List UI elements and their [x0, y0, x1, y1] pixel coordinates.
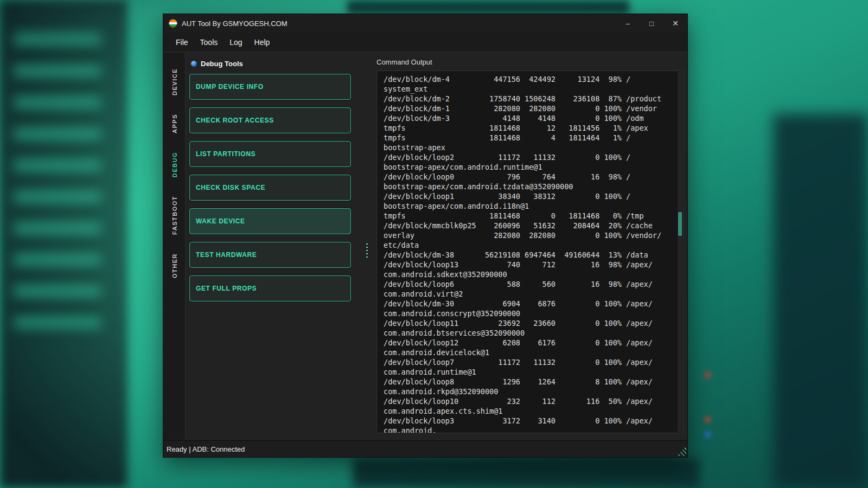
title-bar[interactable]: AUT Tool By GSMYOGESH.COM – □ ✕ [163, 14, 687, 33]
button-check-disk-space[interactable]: CHECK DISK SPACE [189, 175, 351, 201]
terminal-text: /dev/block/dm-4 447156 424492 13124 98% … [377, 71, 683, 433]
menu-bar: FileToolsLogHelp [163, 33, 687, 52]
tab-fastboot[interactable]: FASTBOOT [171, 190, 178, 240]
menu-item-help[interactable]: Help [248, 35, 276, 50]
background-red-dot [705, 416, 711, 422]
panel-header: Debug Tools [186, 53, 366, 74]
scrollbar-thumb[interactable] [678, 212, 682, 236]
tab-device[interactable]: DEVICE [171, 63, 178, 101]
tab-apps[interactable]: APPS [171, 108, 178, 139]
status-text: Ready | ADB: Connected [167, 445, 245, 453]
maximize-button[interactable]: □ [640, 14, 663, 33]
button-get-full-props[interactable]: GET FULL PROPS [189, 275, 351, 301]
output-title: Command Output [376, 53, 684, 70]
debug-tools-panel: Debug Tools DUMP DEVICE INFOCHECK ROOT A… [186, 53, 366, 440]
button-dump-device-info[interactable]: DUMP DEVICE INFO [189, 74, 351, 100]
main-content: DEVICEAPPSDEBUGFASTBOOTOTHER Debug Tools… [164, 53, 687, 440]
window-title: AUT Tool By GSMYOGESH.COM [182, 20, 616, 28]
background-left-list-rows [14, 33, 101, 336]
menu-item-log[interactable]: Log [224, 35, 248, 50]
background-left-panel [0, 0, 127, 488]
sidebar-tabs: DEVICEAPPSDEBUGFASTBOOTOTHER [164, 53, 186, 440]
command-output[interactable]: /dev/block/dm-4 447156 424492 13124 98% … [376, 70, 684, 433]
background-right-panel [773, 114, 868, 488]
scrollbar[interactable] [678, 72, 682, 432]
panel-title: Debug Tools [201, 60, 243, 68]
minimize-button[interactable]: – [616, 14, 640, 33]
background-top-bar [347, 0, 629, 14]
window-controls: – □ ✕ [616, 14, 687, 33]
app-icon [169, 19, 177, 28]
splitter-handle-icon[interactable] [366, 243, 368, 258]
panel-splitter[interactable] [366, 53, 369, 440]
menu-item-tools[interactable]: Tools [194, 35, 224, 50]
background-blue-dot [705, 432, 711, 438]
button-list-partitions[interactable]: LIST PARTITIONS [189, 141, 351, 167]
menu-item-file[interactable]: File [170, 35, 194, 50]
background-bottom-bar [353, 458, 700, 488]
close-button[interactable]: ✕ [663, 14, 687, 33]
debug-buttons: DUMP DEVICE INFOCHECK ROOT ACCESSLIST PA… [186, 74, 366, 301]
button-wake-device[interactable]: WAKE DEVICE [189, 208, 351, 234]
debug-tools-icon [191, 61, 197, 67]
tab-other[interactable]: OTHER [171, 248, 178, 284]
button-check-root-access[interactable]: CHECK ROOT ACCESS [189, 107, 351, 133]
tab-debug[interactable]: DEBUG [171, 146, 178, 183]
app-window: AUT Tool By GSMYOGESH.COM – □ ✕ FileTool… [163, 14, 688, 458]
button-test-hardware[interactable]: TEST HARDWARE [189, 242, 351, 268]
status-bar: Ready | ADB: Connected [163, 440, 687, 457]
resize-grip-icon[interactable] [676, 446, 686, 456]
command-output-panel: Command Output /dev/block/dm-4 447156 42… [369, 53, 687, 440]
background-red-dot [705, 372, 711, 378]
